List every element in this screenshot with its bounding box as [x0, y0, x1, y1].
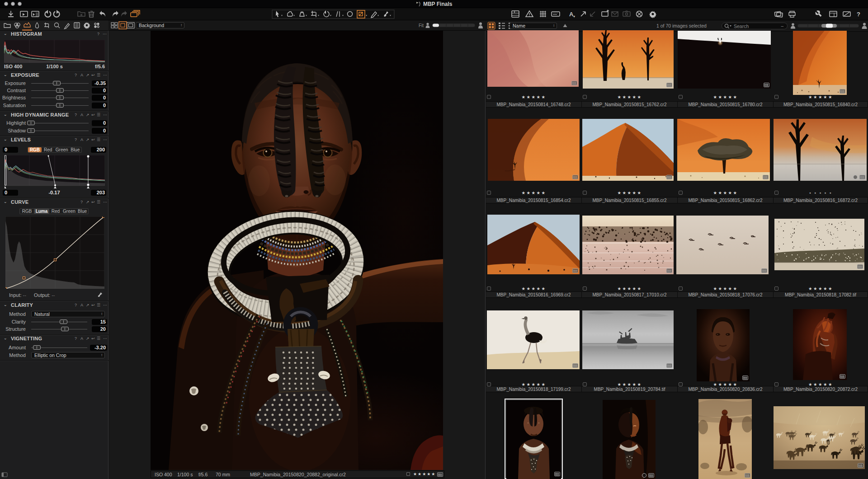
svg-text:?: ? [857, 11, 860, 18]
svg-text:Fit: Fit [419, 23, 424, 28]
svg-text:1 of 70 images selected: 1 of 70 images selected [656, 23, 707, 28]
svg-text:▾: ▾ [573, 14, 575, 19]
